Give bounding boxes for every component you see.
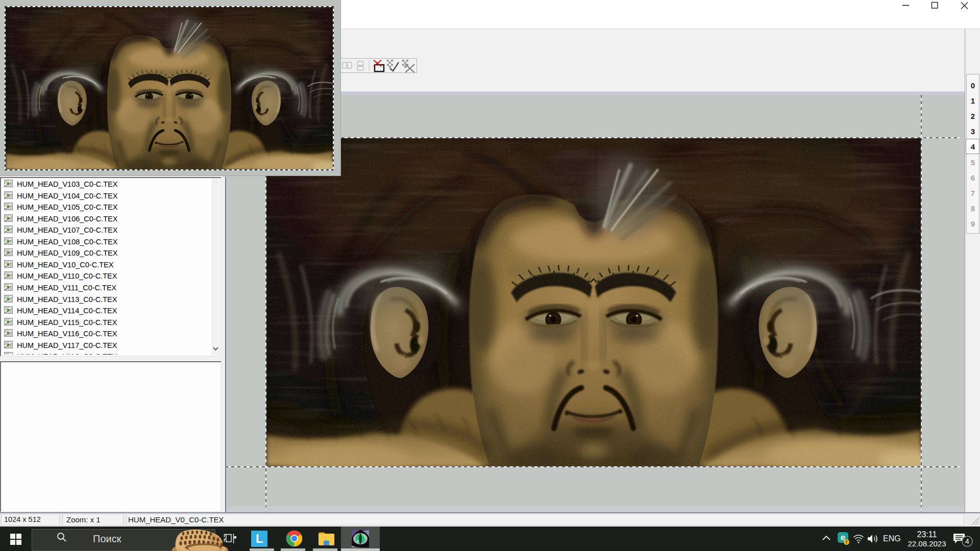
svg-text:4: 4 — [965, 537, 969, 545]
